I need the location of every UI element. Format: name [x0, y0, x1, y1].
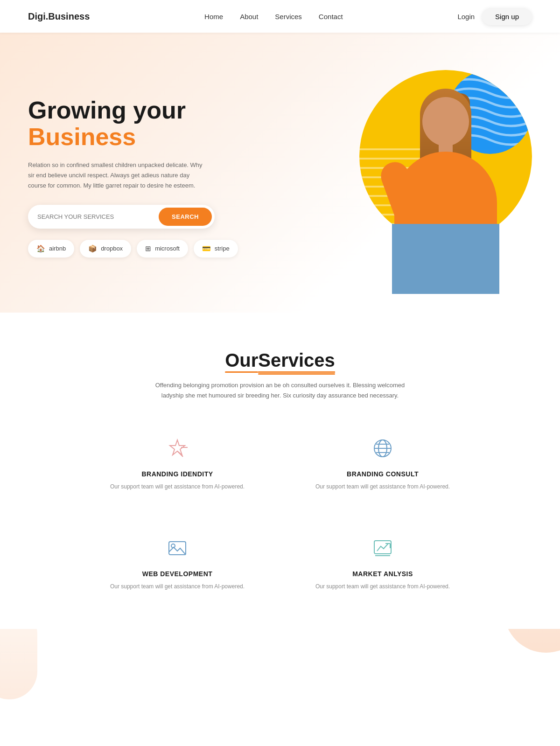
service-card-branding-consult: BRANDING CONSULT Our support team will g… — [299, 429, 467, 501]
service-card-market-analysis: MARKET ANLYSIS Our support team will get… — [299, 529, 467, 600]
hero-heading: Growing your Business — [28, 97, 238, 150]
hero-image-area — [336, 61, 532, 294]
chip-airbnb[interactable]: 🏠 airbnb — [28, 240, 74, 258]
hero-content: Growing your Business Relation so in con… — [28, 97, 238, 258]
search-bar: SEARCH — [28, 205, 215, 229]
dropbox-icon: 📦 — [88, 244, 97, 253]
navbar: Digi.Business Home About Services Contac… — [0, 0, 560, 33]
services-grid: BRANDING IDENDITY Our support team will … — [93, 429, 467, 600]
service-name-branding-consult: BRANDING CONSULT — [308, 470, 457, 478]
nav-link-about[interactable]: About — [240, 13, 258, 21]
service-desc-branding-identity: Our support team will get assistance fro… — [103, 482, 252, 491]
service-desc-branding-consult: Our support team will get assistance fro… — [308, 482, 457, 491]
chart-icon — [308, 538, 457, 563]
nav-logo[interactable]: Digi.Business — [28, 11, 90, 22]
service-name-web-development: WEB DEVELOPMENT — [103, 570, 252, 578]
services-description: Offending belonging promotion provision … — [152, 380, 408, 401]
nav-links: Home About Services Contact — [204, 13, 343, 21]
chip-airbnb-label: airbnb — [49, 245, 66, 252]
star-icon — [103, 438, 252, 463]
globe-icon — [308, 438, 457, 463]
svg-rect-19 — [169, 542, 186, 555]
services-title: Our Services — [28, 350, 532, 371]
microsoft-icon: ⊞ — [145, 244, 151, 253]
search-button[interactable]: SEARCH — [159, 208, 212, 226]
service-name-market-analysis: MARKET ANLYSIS — [308, 570, 457, 578]
stripe-icon: 💳 — [202, 244, 211, 253]
nav-link-services[interactable]: Services — [275, 13, 302, 21]
chip-stripe[interactable]: 💳 stripe — [194, 240, 238, 258]
services-section: Our Services Offending belonging promoti… — [0, 313, 560, 629]
login-button[interactable]: Login — [457, 13, 475, 21]
chip-dropbox-label: dropbox — [101, 245, 123, 252]
partner-chips: 🏠 airbnb 📦 dropbox ⊞ microsoft 💳 stripe — [28, 240, 238, 258]
nav-link-contact[interactable]: Contact — [319, 13, 343, 21]
nav-link-home[interactable]: Home — [204, 13, 223, 21]
nav-actions: Login Sign up — [457, 8, 532, 25]
service-card-branding-identity: BRANDING IDENDITY Our support team will … — [93, 429, 261, 501]
chip-dropbox[interactable]: 📦 dropbox — [80, 240, 131, 258]
service-card-web-development: WEB DEVELOPMENT Our support team will ge… — [93, 529, 261, 600]
hero-person — [373, 79, 518, 294]
services-title-highlight: Services — [258, 350, 335, 371]
hero-section: Growing your Business Relation so in con… — [0, 33, 560, 313]
airbnb-icon: 🏠 — [36, 244, 45, 253]
image-icon — [103, 538, 252, 563]
service-desc-web-development: Our support team will get assistance fro… — [103, 582, 252, 591]
chip-microsoft-label: microsoft — [155, 245, 180, 252]
service-name-branding-identity: BRANDING IDENDITY — [103, 470, 252, 478]
chip-stripe-label: stripe — [215, 245, 230, 252]
service-desc-market-analysis: Our support team will get assistance fro… — [308, 582, 457, 591]
hero-description: Relation so in confined smallest childre… — [28, 160, 205, 191]
title-underline — [258, 371, 335, 373]
svg-rect-21 — [374, 541, 391, 554]
search-input[interactable] — [37, 213, 159, 220]
chip-microsoft[interactable]: ⊞ microsoft — [137, 240, 188, 258]
signup-button[interactable]: Sign up — [482, 8, 532, 25]
